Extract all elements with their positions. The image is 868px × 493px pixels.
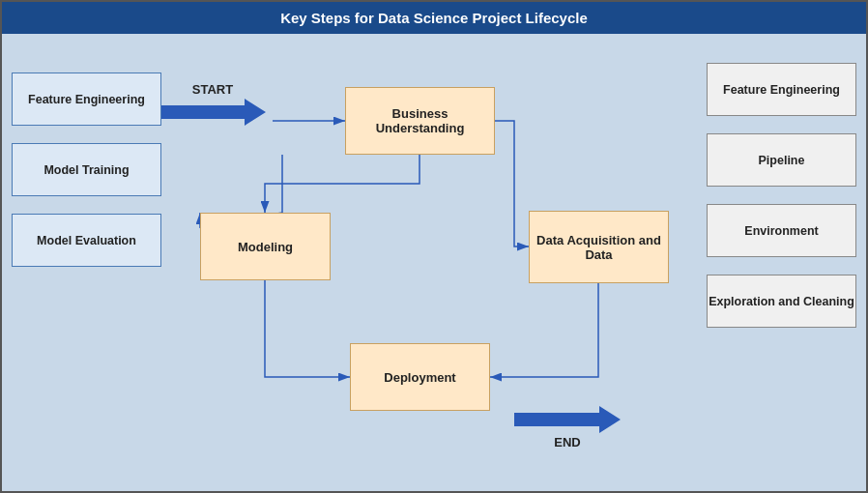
- main-content: START Feature Engineering Model Training…: [2, 34, 866, 491]
- title-bar: Key Steps for Data Science Project Lifec…: [2, 2, 866, 34]
- end-label: END: [554, 435, 580, 450]
- outer-container: Key Steps for Data Science Project Lifec…: [0, 0, 868, 493]
- modeling-box: Modeling: [200, 213, 331, 280]
- start-arrow-shape: [159, 99, 266, 126]
- right-box-pipeline: Pipeline: [707, 133, 856, 187]
- business-understanding-box: Business Understanding: [345, 87, 495, 155]
- right-box-exploration-cleaning: Exploration and Cleaning: [707, 275, 856, 328]
- start-label: START: [192, 82, 233, 97]
- left-box-model-evaluation: Model Evaluation: [12, 214, 161, 267]
- end-arrow-shape: [514, 406, 621, 433]
- end-arrow-container: END: [514, 406, 621, 450]
- start-arrow-container: START: [159, 82, 266, 126]
- right-column: Feature Engineering Pipeline Environment…: [707, 63, 856, 328]
- deployment-box: Deployment: [350, 343, 490, 411]
- left-column: Feature Engineering Model Training Model…: [12, 72, 161, 267]
- left-box-model-training: Model Training: [12, 143, 161, 196]
- right-box-feature-engineering: Feature Engineering: [707, 63, 856, 116]
- right-box-environment: Environment: [707, 204, 856, 257]
- data-acquisition-box: Data Acquisition and Data: [529, 211, 669, 283]
- left-box-feature-engineering: Feature Engineering: [12, 72, 161, 126]
- page-title: Key Steps for Data Science Project Lifec…: [280, 10, 588, 26]
